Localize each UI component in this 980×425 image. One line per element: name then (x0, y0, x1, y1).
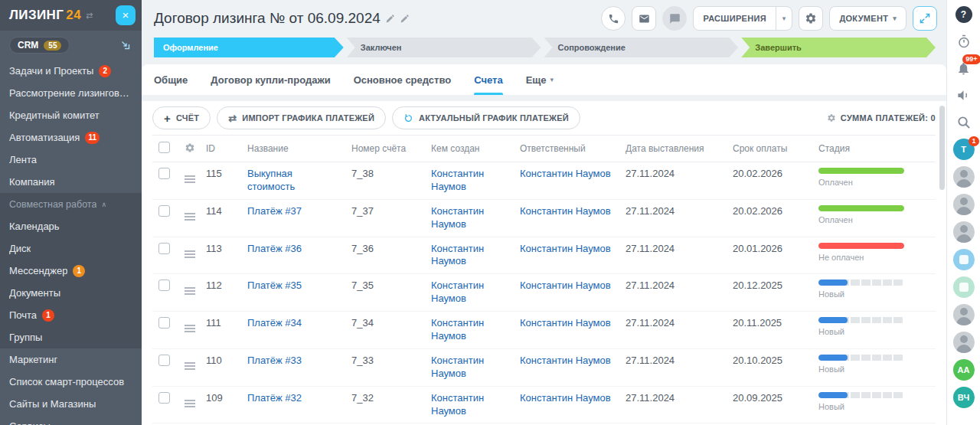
creator-link[interactable]: Константин Наумов (431, 205, 484, 230)
chat-button[interactable] (662, 6, 687, 31)
table-row[interactable]: 111 Платёж #34 7_34 Константин Наумов Ко… (152, 312, 936, 349)
sidebar-item[interactable]: Документы (0, 282, 142, 304)
row-menu-icon[interactable] (185, 175, 195, 177)
sidebar-item[interactable]: Диск (0, 237, 142, 260)
table-row[interactable]: 114 Платёж #37 7_37 Константин Наумов Ко… (152, 199, 936, 237)
edit-number-icon[interactable] (400, 14, 410, 24)
actual-schedule-button[interactable]: АКТУАЛЬНЫЙ ГРАФИК ПЛАТЕЖЕЙ (392, 106, 580, 129)
row-checkbox[interactable] (158, 317, 170, 329)
row-menu-icon[interactable] (185, 250, 195, 252)
creator-link[interactable]: Константин Наумов (431, 317, 484, 342)
row-menu-icon[interactable] (185, 325, 195, 326)
sidebar-item[interactable]: Сайты и Магазины (0, 393, 142, 415)
column-header-responsible[interactable]: Ответственный (514, 136, 619, 162)
invoice-name-link[interactable]: Платёж #33 (247, 355, 302, 366)
sidebar-item[interactable]: Сервисы (0, 415, 142, 425)
tab[interactable]: Общие (154, 64, 188, 95)
invoice-name-link[interactable]: Платёж #32 (247, 392, 302, 404)
grid-scrollbar[interactable] (939, 106, 945, 190)
column-header-due[interactable]: Срок оплаты (727, 136, 812, 162)
import-schedule-button[interactable]: ⇄ ИМПОРТ ГРАФИКА ПЛАТЕЖЕЙ (217, 106, 386, 129)
invoice-name-link[interactable]: Платёж #35 (247, 280, 302, 291)
sidebar-item[interactable]: Почта 1 (0, 304, 142, 326)
close-menu-button[interactable]: × (116, 5, 136, 25)
row-checkbox[interactable] (158, 392, 170, 404)
sum-settings-icon[interactable] (827, 113, 836, 123)
row-checkbox[interactable] (158, 355, 170, 366)
tab[interactable]: Договор купли-продажи (211, 64, 330, 95)
responsible-link[interactable]: Константин Наумов (520, 243, 611, 254)
switch-site-icon[interactable]: ⇄ (86, 11, 93, 21)
row-menu-icon[interactable] (185, 400, 195, 401)
column-header-name[interactable]: Название (241, 136, 345, 162)
table-row[interactable]: 109 Платёж #32 7_32 Константин Наумов Ко… (152, 386, 936, 423)
call-button[interactable] (601, 6, 626, 31)
row-checkbox[interactable] (158, 168, 170, 179)
user-avatar[interactable] (953, 221, 975, 243)
timer-button[interactable] (954, 31, 974, 51)
creator-link[interactable]: Константин Наумов (431, 280, 484, 304)
sidebar-item[interactable]: Задачи и Проекты 2 (0, 60, 142, 82)
user-avatar[interactable] (953, 249, 975, 270)
sidebar-item[interactable]: Группы (0, 326, 142, 348)
add-invoice-button[interactable]: + СЧЁТ (152, 106, 211, 129)
help-button[interactable]: ? (954, 5, 974, 25)
creator-link[interactable]: Константин Наумов (431, 243, 484, 267)
user-avatar[interactable] (953, 276, 975, 298)
invoice-name-link[interactable]: Платёж #36 (247, 243, 302, 254)
creator-link[interactable]: Константин Наумов (431, 392, 484, 417)
select-all-checkbox[interactable] (158, 142, 170, 153)
row-menu-icon[interactable] (185, 362, 195, 364)
stage-segment[interactable]: Заключен (347, 38, 541, 57)
table-row[interactable]: 113 Платёж #36 7_36 Константин Наумов Ко… (152, 237, 936, 274)
user-avatar[interactable]: ВЧ (953, 387, 975, 408)
user-avatar[interactable] (953, 304, 975, 325)
row-menu-icon[interactable] (185, 287, 195, 289)
stage-cell[interactable]: Новый (818, 280, 929, 299)
stage-cell[interactable]: Оплачен (818, 205, 929, 225)
sidebar-item[interactable]: Календарь (0, 215, 142, 237)
user-avatar[interactable] (953, 332, 975, 353)
stage-cell[interactable]: Оплачен (818, 168, 929, 188)
column-header-number[interactable]: Номер счёта (345, 136, 425, 162)
creator-link[interactable]: Константин Наумов (431, 168, 484, 192)
creator-link[interactable]: Константин Наумов (431, 355, 484, 379)
invoice-name-link[interactable]: Платёж #37 (247, 205, 302, 217)
column-header-date-issued[interactable]: Дата выставления (619, 136, 727, 162)
column-header-stage[interactable]: Стадия (812, 136, 936, 162)
fullscreen-button[interactable] (913, 6, 937, 31)
stage-cell[interactable]: Новый (818, 317, 929, 337)
user-avatar[interactable]: T 1 (953, 139, 975, 160)
tab[interactable]: Счета (474, 64, 502, 95)
user-avatar[interactable] (953, 166, 975, 188)
edit-title-icon[interactable] (385, 14, 395, 24)
grid-settings-icon[interactable] (185, 142, 195, 153)
invoice-name-link[interactable]: Платёж #34 (247, 317, 302, 329)
sidebar-item[interactable]: Компания (0, 171, 142, 193)
settings-button[interactable] (799, 6, 823, 31)
user-avatar[interactable] (953, 194, 975, 215)
announcements-button[interactable] (954, 85, 974, 105)
stage-cell[interactable]: Новый (818, 392, 929, 412)
email-button[interactable] (632, 6, 656, 31)
collapse-menu-icon[interactable] (117, 37, 134, 54)
invoice-name-link[interactable]: Выкупная стоимость (247, 168, 295, 192)
row-checkbox[interactable] (158, 205, 170, 217)
responsible-link[interactable]: Константин Наумов (520, 205, 611, 217)
stage-segment[interactable]: Оформление (154, 38, 344, 57)
table-row[interactable]: 110 Платёж #33 7_33 Константин Наумов Ко… (152, 348, 936, 386)
responsible-link[interactable]: Константин Наумов (520, 168, 611, 179)
responsible-link[interactable]: Константин Наумов (520, 317, 611, 329)
sidebar-item[interactable]: Совместная работа ∧ (0, 193, 142, 215)
sidebar-item-crm[interactable]: CRM 55 (9, 37, 70, 54)
table-row[interactable]: 112 Платёж #35 7_35 Константин Наумов Ко… (152, 274, 936, 312)
search-button[interactable] (954, 112, 974, 132)
sidebar-item[interactable]: Автоматизация 11 (0, 126, 142, 149)
extensions-button[interactable]: РАСШИРЕНИЯ ▾ (693, 6, 792, 31)
extensions-caret-icon[interactable]: ▾ (776, 7, 792, 30)
tab[interactable]: Еще ▾ (526, 64, 554, 95)
user-avatar[interactable]: АА (953, 359, 975, 381)
row-menu-icon[interactable] (185, 213, 195, 214)
sidebar-item[interactable]: Маркетинг (0, 348, 142, 371)
stage-cell[interactable]: Новый (818, 355, 929, 374)
